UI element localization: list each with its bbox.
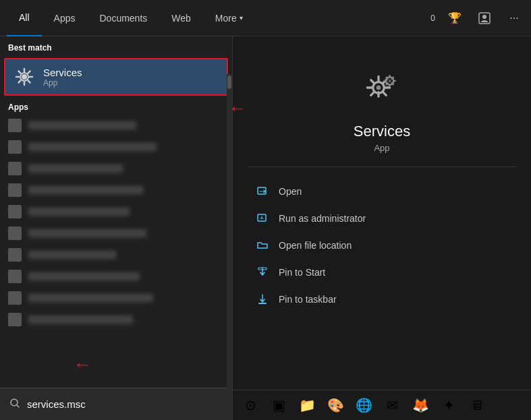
tab-more[interactable]: More ▾ — [203, 0, 255, 36]
svg-rect-11 — [258, 303, 267, 304]
best-match-text: Services App — [43, 67, 82, 88]
open-icon — [256, 185, 269, 198]
app-item-text — [28, 186, 143, 194]
best-match-title: Services — [43, 67, 82, 78]
chevron-down-icon: ▾ — [240, 14, 243, 22]
search-panel: All Apps Documents Web More ▾ 0 🏆 — [0, 0, 531, 420]
list-item[interactable] — [5, 136, 227, 158]
app-icon — [8, 248, 22, 262]
app-item-text — [28, 229, 146, 237]
action-open-label: Open — [279, 186, 302, 197]
right-app-subtitle: App — [374, 143, 389, 153]
right-panel: Services App Open — [233, 36, 531, 420]
taskbar-firefox-icon[interactable]: 🦊 — [408, 393, 432, 417]
list-item[interactable] — [5, 309, 227, 330]
svg-point-1 — [22, 74, 27, 80]
tab-apps[interactable]: Apps — [42, 0, 88, 36]
scroll-thumb — [227, 76, 231, 89]
action-pin-start-label: Pin to Start — [279, 267, 325, 278]
app-item-text — [28, 272, 140, 280]
svg-point-5 — [376, 86, 381, 90]
action-admin-label: Run as administrator — [279, 213, 366, 224]
list-item[interactable] — [5, 201, 227, 222]
taskbar-browser-icon[interactable]: 🌐 — [352, 393, 376, 417]
list-item[interactable] — [5, 115, 227, 136]
app-icon — [8, 313, 22, 326]
app-icon — [8, 140, 22, 154]
left-panel: Best match Services App — [0, 36, 233, 420]
action-location-label: Open file location — [279, 240, 352, 251]
action-open-location[interactable]: Open file location — [253, 232, 511, 259]
best-match-subtitle: App — [43, 78, 82, 88]
taskbar-app-icon[interactable]: 🖥 — [465, 393, 489, 417]
right-app-title: Services — [354, 123, 410, 140]
action-open[interactable]: Open — [253, 178, 511, 205]
action-pin-taskbar[interactable]: Pin to taskbar — [253, 286, 511, 313]
taskbar: ⊙ ▣ 📁 🎨 🌐 ✉ 🦊 ✦ 🖥 — [233, 390, 531, 420]
list-item[interactable] — [5, 287, 227, 309]
app-items-list — [0, 115, 232, 388]
tab-documents[interactable]: Documents — [87, 0, 159, 36]
profile-icon[interactable] — [474, 8, 495, 28]
pin-taskbar-icon — [256, 293, 269, 306]
search-input-value[interactable]: services.msc — [27, 398, 223, 410]
folder-icon — [256, 239, 269, 252]
app-item-text — [28, 294, 153, 302]
nav-right-area: 0 🏆 ··· — [430, 8, 524, 28]
action-pin-taskbar-label: Pin to taskbar — [279, 294, 337, 305]
tab-web[interactable]: Web — [159, 0, 203, 36]
right-app-icon — [358, 63, 406, 112]
app-item-text — [28, 121, 136, 129]
divider — [248, 167, 516, 167]
apps-section-label: Apps — [0, 97, 232, 115]
taskbar-taskview-icon[interactable]: ▣ — [267, 393, 291, 417]
action-run-admin[interactable]: Run as administrator — [253, 205, 511, 232]
taskbar-mail-icon[interactable]: ✉ — [380, 393, 404, 417]
list-item[interactable] — [5, 158, 227, 179]
list-item[interactable] — [5, 179, 227, 201]
nav-tabs: All Apps Documents Web More ▾ — [7, 0, 255, 36]
best-match-label: Best match — [0, 36, 232, 57]
taskbar-explorer-icon[interactable]: 📁 — [295, 393, 319, 417]
action-pin-start[interactable]: Pin to Start — [253, 259, 511, 286]
app-item-text — [28, 208, 130, 216]
search-icon — [9, 398, 20, 411]
pin-start-icon — [256, 266, 269, 279]
svg-point-7 — [389, 80, 391, 82]
list-item[interactable] — [5, 244, 227, 266]
app-icon — [8, 205, 22, 218]
app-icon — [8, 183, 22, 197]
app-icon — [8, 291, 22, 305]
taskbar-paint-icon[interactable]: 🎨 — [323, 393, 347, 417]
app-icon — [8, 270, 22, 283]
app-icon — [8, 227, 22, 240]
app-item-text — [28, 251, 116, 259]
scrollbar[interactable] — [227, 74, 232, 390]
trophy-icon[interactable]: 🏆 — [445, 8, 465, 28]
app-item-text — [28, 316, 133, 324]
notification-count: 0 — [430, 13, 435, 23]
app-icon — [8, 162, 22, 175]
list-item[interactable] — [5, 266, 227, 287]
taskbar-slack-icon[interactable]: ✦ — [437, 393, 461, 417]
top-nav: All Apps Documents Web More ▾ 0 🏆 — [0, 0, 531, 36]
action-list: Open Run as administrator — [233, 178, 531, 313]
taskbar-search-icon[interactable]: ⊙ — [238, 393, 262, 417]
list-item[interactable] — [5, 222, 227, 244]
services-icon — [13, 66, 35, 88]
tab-all[interactable]: All — [7, 0, 42, 36]
admin-icon — [256, 212, 269, 225]
app-item-text — [28, 143, 157, 151]
arrow-bottom-icon: ← — [73, 355, 92, 374]
best-match-item[interactable]: Services App — [4, 58, 228, 96]
search-bar[interactable]: services.msc — [0, 388, 232, 420]
app-item-text — [28, 164, 123, 173]
arrow-right-icon: ← — [228, 99, 247, 118]
more-menu-icon[interactable]: ··· — [504, 8, 524, 28]
app-icon — [8, 119, 22, 132]
